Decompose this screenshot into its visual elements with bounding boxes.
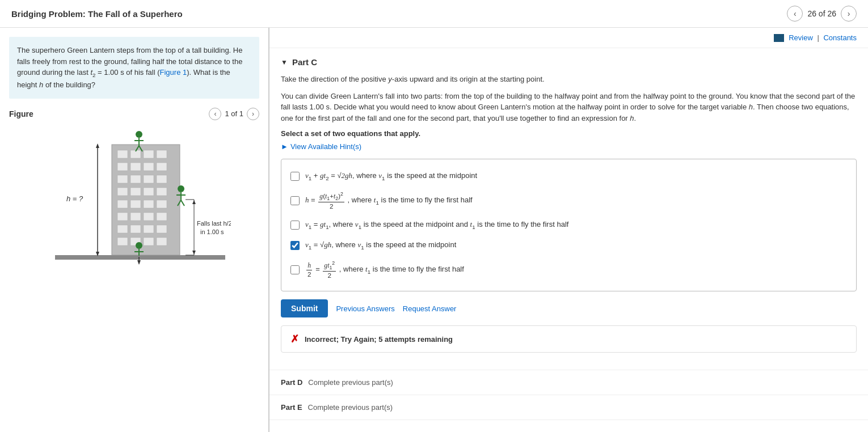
svg-rect-6	[117, 163, 128, 171]
svg-text:in 1.00 s: in 1.00 s	[200, 228, 224, 235]
part-d-label: Part D	[281, 378, 302, 387]
part-d-section: Part D Complete previous part(s)	[269, 370, 868, 395]
next-nav-button[interactable]: ›	[841, 6, 857, 22]
figure-svg: h = ? Falls last h/2 in 1.00 s	[38, 122, 231, 266]
part-e-text: Complete previous part(s)	[308, 403, 393, 412]
svg-point-39	[178, 185, 184, 192]
option-checkbox-1[interactable]	[290, 172, 300, 181]
part-c-header: ▼ Part C	[281, 57, 857, 67]
part-c-instruction1: Take the direction of the positive y-axi…	[281, 74, 857, 85]
svg-point-34	[136, 131, 142, 138]
svg-rect-19	[130, 200, 141, 208]
svg-rect-28	[144, 225, 154, 233]
problem-text: The superhero Green Lantern steps from t…	[9, 37, 259, 99]
option-label-3: v1 = gt1, where v1 is the speed at the m…	[305, 219, 847, 231]
hint-arrow: ►	[281, 142, 288, 151]
request-answer-link[interactable]: Request Answer	[403, 304, 457, 313]
svg-rect-10	[117, 175, 128, 183]
option-row-2: h = g(t1+t2)2 2 , where t1 is the time t…	[290, 187, 847, 215]
svg-rect-15	[130, 188, 141, 196]
option-row-5: h 2 = gt12 2 , where t1 is the time to f…	[290, 256, 847, 284]
part-e-section: Part E Complete previous part(s)	[269, 395, 868, 420]
part-c-section: ▼ Part C Take the direction of the posit…	[269, 48, 868, 370]
page-title: Bridging Problem: The Fall of a Superher…	[11, 9, 183, 19]
part-c-label: Part C	[292, 57, 317, 67]
hint-label: View Available Hint(s)	[290, 142, 361, 151]
svg-rect-26	[117, 225, 128, 233]
option-row-4: v1 = √gh, where v1 is the speed at the m…	[290, 235, 847, 256]
svg-rect-14	[117, 188, 128, 196]
option-row-1: v1 + gt2 = √2gh, where v1 is the speed a…	[290, 166, 847, 187]
figure-link[interactable]: Figure 1	[160, 68, 187, 77]
svg-rect-13	[157, 175, 167, 183]
svg-rect-11	[130, 175, 141, 183]
option-checkbox-5[interactable]	[290, 265, 300, 274]
figure-label: Figure	[9, 109, 33, 118]
svg-rect-30	[117, 238, 128, 245]
figure-count: 1 of 1	[225, 109, 243, 118]
svg-rect-33	[157, 238, 167, 245]
svg-rect-4	[144, 150, 154, 158]
option-label-5: h 2 = gt12 2 , where t1 is the time to f…	[305, 260, 847, 279]
svg-rect-23	[130, 213, 141, 221]
figure-nav: ‹ 1 of 1 ›	[209, 108, 259, 120]
svg-rect-20	[144, 200, 154, 208]
svg-point-44	[136, 242, 142, 249]
svg-rect-3	[130, 150, 141, 158]
part-e-label: Part E	[281, 403, 302, 412]
review-links: Review | Constants	[789, 33, 857, 42]
review-separator: |	[817, 33, 819, 42]
constants-link[interactable]: Constants	[823, 33, 857, 42]
svg-rect-24	[144, 213, 154, 221]
option-label-2: h = g(t1+t2)2 2 , where t1 is the time t…	[305, 191, 847, 210]
prev-nav-button[interactable]: ‹	[787, 6, 803, 22]
option-row-3: v1 = gt1, where v1 is the speed at the m…	[290, 215, 847, 235]
svg-rect-2	[117, 150, 128, 158]
part-d-text: Complete previous part(s)	[308, 378, 393, 387]
svg-marker-55	[192, 251, 196, 255]
options-box: v1 + gt2 = √2gh, where v1 is the speed a…	[281, 159, 857, 291]
option-checkbox-4[interactable]	[290, 241, 300, 250]
svg-text:h = ?: h = ?	[66, 194, 83, 203]
hint-link[interactable]: ► View Available Hint(s)	[281, 142, 857, 151]
option-checkbox-2[interactable]	[290, 196, 300, 205]
svg-rect-9	[157, 163, 167, 171]
figure-prev-button[interactable]: ‹	[209, 108, 221, 120]
svg-rect-29	[157, 225, 167, 233]
svg-rect-18	[117, 200, 128, 208]
header: Bridging Problem: The Fall of a Superher…	[0, 0, 868, 28]
review-bar: Review | Constants	[269, 28, 868, 48]
review-link[interactable]: Review	[789, 33, 813, 42]
submit-button[interactable]: Submit	[281, 299, 328, 317]
svg-rect-16	[144, 188, 154, 196]
svg-line-43	[181, 200, 184, 206]
nav-count: 26 of 26	[807, 9, 836, 18]
figure-drawing: h = ? Falls last h/2 in 1.00 s	[9, 125, 259, 272]
svg-text:Falls last h/2: Falls last h/2	[197, 220, 231, 227]
previous-answers-link[interactable]: Previous Answers	[336, 304, 394, 313]
svg-rect-8	[144, 163, 154, 171]
figure-section: Figure ‹ 1 of 1 ›	[9, 108, 259, 272]
option-label-4: v1 = √gh, where v1 is the speed at the m…	[305, 240, 847, 251]
svg-rect-21	[157, 200, 167, 208]
action-row: Submit Previous Answers Request Answer	[281, 299, 857, 317]
svg-rect-12	[144, 175, 154, 183]
svg-rect-17	[157, 188, 167, 196]
left-panel: The superhero Green Lantern steps from t…	[0, 28, 269, 432]
svg-rect-25	[157, 213, 167, 221]
svg-marker-49	[96, 143, 99, 148]
part-c-select-label: Select a set of two equations that apply…	[281, 129, 857, 138]
part-c-instruction2: You can divide Green Lantern's fall into…	[281, 91, 857, 124]
svg-marker-59	[137, 260, 141, 265]
option-label-1: v1 + gt2 = √2gh, where v1 is the speed a…	[305, 171, 847, 182]
feedback-icon: ✗	[290, 333, 299, 345]
main-layout: The superhero Green Lantern steps from t…	[0, 28, 868, 432]
part-c-toggle[interactable]: ▼	[281, 58, 288, 66]
right-panel: Review | Constants ▼ Part C Take the dir…	[269, 28, 868, 432]
svg-rect-0	[55, 255, 225, 260]
figure-next-button[interactable]: ›	[247, 108, 259, 120]
option-checkbox-3[interactable]	[290, 221, 300, 230]
feedback-box: ✗ Incorrect; Try Again; 5 attempts remai…	[281, 325, 857, 353]
svg-rect-22	[117, 213, 128, 221]
svg-rect-7	[130, 163, 141, 171]
